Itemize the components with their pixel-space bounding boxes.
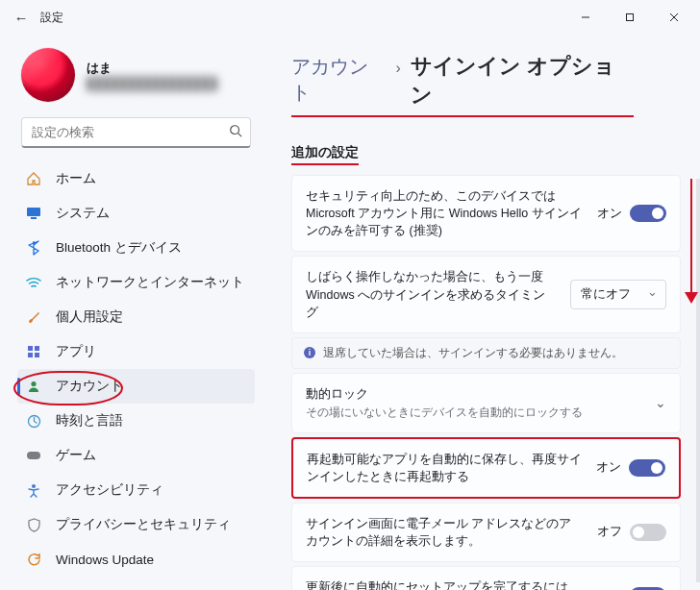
setting-show-email: サインイン画面に電子メール アドレスなどのアカウントの詳細を表示します。 オフ [291, 503, 681, 562]
sidebar-item-privacy[interactable]: プライバシーとセキュリティ [17, 507, 255, 542]
content-pane: アカウント › サインイン オプション 追加の設定 セキュリティ向上のため、この… [264, 35, 700, 590]
titlebar: ← 設定 [0, 0, 700, 35]
toggle-state-label: オン [597, 206, 622, 222]
wifi-icon [25, 277, 42, 288]
svg-line-5 [238, 134, 242, 137]
setting-text: セキュリティ向上のため、このデバイスでは Microsoft アカウント用に W… [306, 187, 584, 239]
window-title: 設定 [40, 10, 563, 26]
close-button[interactable] [652, 3, 696, 32]
sidebar-item-label: アクセシビリティ [56, 481, 163, 499]
svg-point-4 [231, 126, 239, 135]
toggle-switch[interactable] [630, 524, 666, 541]
sidebar-item-personalization[interactable]: 個人用設定 [17, 300, 255, 334]
gamepad-icon [25, 450, 42, 461]
toggle-switch[interactable] [630, 205, 666, 222]
clock-globe-icon [25, 414, 42, 429]
profile-name: はま [87, 60, 217, 77]
svg-rect-1 [627, 14, 634, 21]
svg-rect-11 [35, 353, 39, 357]
setting-subtext: その場にいないときにデバイスを自動的にロックする [306, 405, 636, 421]
sidebar-item-bluetooth[interactable]: Bluetooth とデバイス [17, 231, 255, 265]
search-icon [229, 124, 242, 140]
breadcrumb: アカウント › サインイン オプション [291, 52, 634, 117]
maximize-button[interactable] [608, 3, 652, 32]
setting-text: サインイン画面に電子メール アドレスなどのアカウントの詳細を表示します。 [306, 515, 584, 550]
person-icon [25, 380, 42, 393]
chevron-down-icon: ⌄ [655, 395, 666, 410]
sidebar-item-label: ホーム [56, 170, 96, 187]
sidebar-item-accessibility[interactable]: アクセシビリティ [17, 473, 255, 507]
toggle-state-label: オフ [597, 524, 622, 540]
breadcrumb-root[interactable]: アカウント [291, 54, 386, 106]
setting-finish-setup: 更新後に自動的にセットアップを完了するには、サインイン情報を使用します オン [291, 566, 681, 590]
apps-icon [25, 345, 42, 358]
info-text: 退席していた場合は、サインインする必要はありません。 [323, 346, 623, 360]
accessibility-icon [25, 483, 42, 498]
sidebar-item-label: Windows Update [56, 553, 154, 567]
svg-point-15 [32, 484, 36, 488]
sidebar-item-label: アプリ [56, 343, 96, 360]
scrollbar[interactable] [696, 179, 700, 582]
avatar [21, 48, 75, 102]
sidebar-item-gaming[interactable]: ゲーム [17, 438, 255, 473]
svg-point-12 [31, 381, 36, 386]
svg-rect-10 [28, 353, 33, 357]
setting-text: しばらく操作しなかった場合に、もう一度 Windows へのサインインを求めるタ… [306, 268, 557, 320]
update-icon [25, 553, 42, 567]
search-box[interactable] [21, 117, 251, 148]
sidebar: はま ████████████████ ホーム システム Bluetooth と… [0, 35, 264, 590]
svg-rect-6 [27, 208, 40, 216]
svg-rect-14 [27, 452, 40, 459]
search-input[interactable] [30, 124, 229, 140]
minimize-button[interactable] [563, 3, 608, 32]
shield-icon [25, 518, 42, 532]
sidebar-item-label: アカウント [56, 378, 123, 395]
setting-reauth-timing: しばらく操作しなかった場合に、もう一度 Windows へのサインインを求めるタ… [291, 256, 681, 332]
system-icon [25, 207, 42, 220]
home-icon [25, 171, 42, 186]
sidebar-item-home[interactable]: ホーム [17, 161, 255, 196]
svg-rect-8 [28, 346, 33, 351]
breadcrumb-leaf: サインイン オプション [411, 52, 634, 110]
profile-email: ████████████████ [87, 77, 217, 90]
toggle-state-label: オン [596, 459, 621, 476]
info-row-away: i 退席していた場合は、サインインする必要はありません。 [291, 337, 681, 369]
setting-text: 再起動可能なアプリを自動的に保存し、再度サインインしたときに再起動する [307, 451, 583, 485]
chevron-right-icon: › [395, 60, 400, 77]
sidebar-item-accounts[interactable]: アカウント [17, 369, 255, 404]
sidebar-item-network[interactable]: ネットワークとインターネット [17, 265, 255, 300]
sidebar-item-label: 個人用設定 [56, 308, 123, 326]
info-icon: i [304, 347, 315, 358]
bluetooth-icon [25, 240, 42, 256]
profile-block[interactable]: はま ████████████████ [21, 48, 255, 102]
svg-rect-9 [35, 346, 39, 351]
sidebar-item-windows-update[interactable]: Windows Update [17, 542, 255, 577]
setting-title: 動的ロック [306, 385, 636, 403]
reauth-select[interactable]: 常にオフ [570, 280, 666, 309]
sidebar-item-system[interactable]: システム [17, 196, 255, 231]
sidebar-item-label: システム [56, 205, 110, 222]
sidebar-item-label: Bluetooth とデバイス [56, 239, 182, 257]
sidebar-item-apps[interactable]: アプリ [17, 334, 255, 369]
sidebar-item-time-language[interactable]: 時刻と言語 [17, 404, 255, 438]
sidebar-item-label: ネットワークとインターネット [56, 274, 244, 291]
back-button[interactable]: ← [10, 10, 33, 26]
nav-list: ホーム システム Bluetooth とデバイス ネットワークとインターネット … [17, 161, 255, 577]
sidebar-item-label: プライバシーとセキュリティ [56, 516, 231, 533]
svg-rect-7 [31, 217, 37, 219]
setting-text: 更新後に自動的にセットアップを完了するには、サインイン情報を使用します [306, 578, 584, 590]
sidebar-item-label: ゲーム [56, 447, 96, 464]
toggle-switch[interactable] [629, 459, 665, 477]
setting-restart-apps: 再起動可能なアプリを自動的に保存し、再度サインインしたときに再起動する オン [291, 437, 681, 499]
section-heading-additional: 追加の設定 [291, 144, 359, 165]
setting-dynamic-lock[interactable]: 動的ロック その場にいないときにデバイスを自動的にロックする ⌄ [291, 373, 681, 433]
brush-icon [25, 309, 42, 325]
sidebar-item-label: 時刻と言語 [56, 412, 123, 430]
setting-hello-only: セキュリティ向上のため、このデバイスでは Microsoft アカウント用に W… [291, 175, 681, 252]
